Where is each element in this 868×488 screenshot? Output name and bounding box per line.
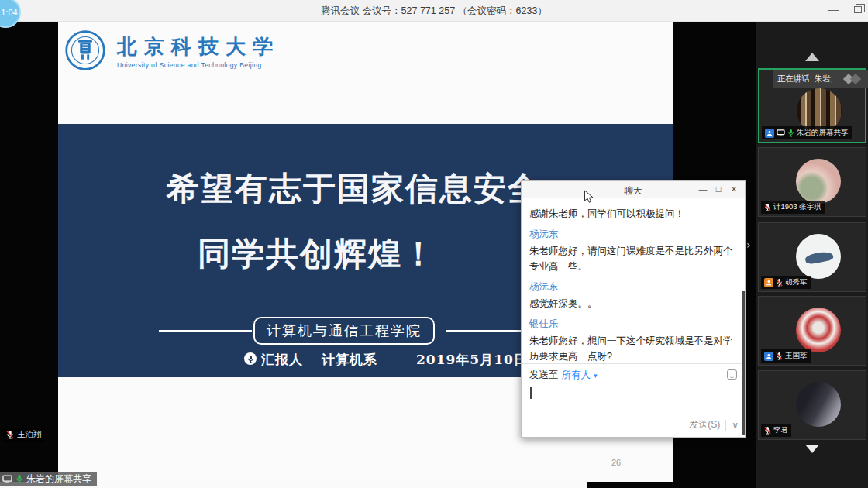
slide-page-number: 26 [611, 458, 621, 467]
corner-participant-label: 王泊翔 [3, 428, 45, 442]
university-name-cn: 北京科技大学 [117, 36, 280, 59]
window-minimize-button[interactable]: — [825, 2, 842, 19]
mic-muted-icon [764, 426, 771, 435]
participant-tile[interactable]: 王国萃 [758, 296, 866, 366]
member-icon [764, 352, 773, 361]
window-restore-icon[interactable] [854, 6, 862, 13]
participant-label: 胡秀军 [761, 276, 811, 289]
chat-message-text: 朱老师您好，想问一下这个研究领域是不是对学历要求更高一点呀? [529, 333, 737, 364]
share-banner-text: 朱岩的屏幕共享 [26, 473, 91, 486]
screen-share-icon [777, 129, 785, 136]
presenter-mic-icon [244, 352, 257, 365]
chat-minimize-button[interactable]: — [695, 181, 711, 198]
avatar [796, 308, 841, 352]
participant-tile[interactable]: 计1903 张宇琪 [758, 147, 866, 217]
university-name-en: University of Science and Technology Bei… [117, 61, 280, 69]
university-logo: 北京科技大学 University of Science and Technol… [64, 29, 280, 71]
decorative-line-left [159, 330, 252, 332]
send-to-value[interactable]: 所有人 [562, 369, 591, 382]
chat-message-text: 朱老师您好，请问这门课难度是不是比另外两个专业高一些。 [529, 243, 737, 274]
chat-footer: 发送至 所有人 ▾ 发送(S) ∨ [522, 363, 745, 437]
meeting-title: 腾讯会议 会议号：527 771 257 （会议密码：6233） [0, 5, 868, 18]
avatar [796, 159, 841, 204]
participant-name: 计1903 张宇琪 [773, 202, 822, 212]
participant-label: 朱岩的屏幕共享 [762, 126, 852, 139]
mic-on-icon [16, 474, 23, 483]
avatar [796, 234, 841, 279]
mic-muted-icon [776, 352, 783, 360]
participant-name: 王国萃 [785, 351, 808, 361]
speaking-indicator-icon [843, 74, 863, 84]
send-separator [725, 420, 726, 431]
chat-input[interactable] [529, 386, 737, 415]
speaking-toast: 正在讲话: 朱岩; [773, 70, 868, 88]
participant-name: 朱岩的屏幕共享 [797, 128, 849, 138]
avatar [796, 382, 841, 427]
chat-sender-name: 银佳乐 [529, 318, 737, 331]
member-icon [764, 278, 773, 287]
mic-muted-icon [764, 203, 771, 211]
chat-titlebar[interactable]: 聊天 — □ ✕ [522, 181, 745, 198]
mic-on-icon [787, 129, 794, 137]
scroll-up-arrow-icon[interactable] [805, 53, 819, 61]
chat-window: 聊天 — □ ✕ 感谢朱老师，同学们可以积极提问！ 杨沅东 朱老师您好，请问这门… [521, 180, 746, 438]
slide-date: 2019年5月10日 [416, 351, 528, 369]
chat-sender-name: 杨沅东 [529, 280, 737, 294]
member-icon [765, 129, 774, 138]
slide-headline-line1: 希望有志于国家信息安全 [167, 167, 542, 211]
participant-label: 王国萃 [761, 349, 811, 363]
participant-name: 李君 [773, 425, 788, 435]
speaking-toast-text: 正在讲话: 朱岩; [777, 74, 833, 84]
chat-scrollbar-thumb[interactable] [742, 291, 745, 435]
emoji-button[interactable] [727, 369, 737, 380]
send-options-caret-icon[interactable]: ∨ [732, 420, 739, 431]
chat-maximize-button[interactable]: □ [711, 181, 726, 198]
participant-tile[interactable]: 胡秀军 [758, 222, 866, 292]
meeting-timer-badge[interactable]: 1:04 [0, 0, 21, 28]
university-seal-icon [64, 29, 106, 71]
chat-message-text: 感觉好深奥。。 [529, 296, 737, 311]
presenter-department: 计算机系 [322, 351, 377, 369]
meeting-window: 腾讯会议 会议号：527 771 257 （会议密码：6233） — 1:04 [0, 0, 868, 488]
chat-message-text: 感谢朱老师，同学们可以积极提问！ [529, 206, 737, 222]
participant-label: 计1903 张宇琪 [761, 201, 825, 214]
slide-headline-line2: 同学共创辉煌！ [198, 232, 436, 276]
screen-share-icon [2, 475, 12, 483]
mic-muted-icon [6, 430, 14, 439]
sidebar-expand-chevron[interactable]: › [746, 239, 751, 251]
department-box: 计算机与通信工程学院 [253, 317, 435, 345]
chat-sender-name: 杨沅东 [529, 228, 737, 241]
participants-sidebar: 朱岩的屏幕共享 正在讲话: 朱岩; 计1903 张宇琪 胡秀军 [756, 22, 868, 488]
send-to-label: 发送至 [529, 369, 559, 382]
chat-message-list[interactable]: 感谢朱老师，同学们可以积极提问！ 杨沅东 朱老师您好，请问这门课难度是不是比另外… [522, 198, 745, 365]
send-to-selector[interactable]: 发送至 所有人 ▾ [529, 369, 737, 382]
send-to-caret-icon[interactable]: ▾ [594, 372, 598, 380]
participant-name: 胡秀军 [785, 277, 808, 287]
mic-muted-icon [776, 278, 783, 287]
participant-tile[interactable]: 李君 [758, 370, 866, 440]
presenter-label: 汇报人 [261, 351, 303, 369]
send-button[interactable]: 发送(S) [689, 418, 720, 431]
chat-close-button[interactable]: ✕ [726, 181, 742, 198]
screen-share-banner: 朱岩的屏幕共享 [0, 472, 97, 486]
window-titlebar: 腾讯会议 会议号：527 771 257 （会议密码：6233） — [0, 0, 868, 22]
mouse-cursor [584, 190, 594, 204]
participant-label: 李君 [761, 424, 791, 437]
corner-participant-name: 王泊翔 [17, 429, 42, 440]
scroll-down-arrow-icon[interactable] [805, 445, 819, 453]
